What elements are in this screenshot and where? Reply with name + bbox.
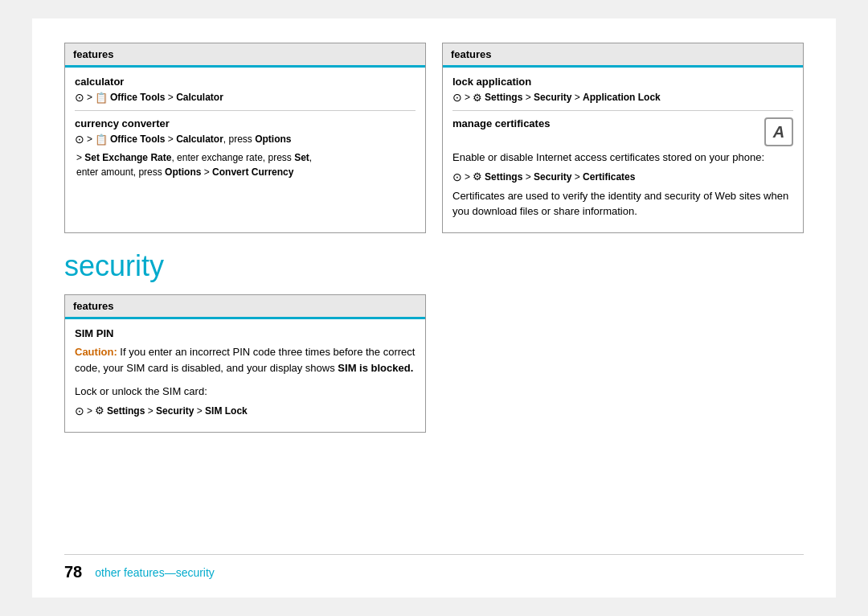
calc-nav-text: Office Tools > Calculator: [110, 92, 223, 103]
cert-desc-1: Enable or disable Internet access certif…: [452, 150, 793, 166]
dot-icon-5: ⊙: [75, 405, 84, 417]
cert-nav-text: Settings > Security > Certificates: [485, 171, 635, 183]
sim-nav: ⊙ > ⚙ Settings > Security > SIM Lock: [75, 405, 416, 417]
caution-label: Caution:: [75, 346, 117, 358]
arrow-3: >: [465, 92, 470, 103]
page-number: 78: [64, 563, 82, 581]
sim-lock-desc: Lock or unlock the SIM card:: [75, 384, 416, 400]
settings-icon-3: ⚙: [95, 405, 104, 417]
divider-1: [75, 110, 416, 111]
office-tools-icon-2: 📋: [95, 133, 108, 146]
footer: 78 other features—security: [64, 554, 804, 581]
arrow-2: >: [87, 133, 92, 145]
calculator-title: calculator: [75, 76, 416, 88]
footer-text: other features—security: [95, 566, 215, 579]
arrow-1: >: [87, 92, 92, 103]
calculator-feature-box: features calculator ⊙ > 📋 Office Tools >…: [64, 43, 426, 233]
cert-icon: A: [764, 117, 793, 146]
currency-nav-1: ⊙ > 📋 Office Tools > Calculator, press O…: [75, 133, 416, 146]
settings-icon-1: ⚙: [473, 92, 482, 104]
lock-nav-text: Settings > Security > Application Lock: [485, 92, 661, 103]
office-tools-icon-1: 📋: [95, 92, 108, 104]
manage-cert-title: manage certificates: [452, 117, 550, 129]
sim-pin-feature-box: features SIM PIN Caution: If you enter a…: [64, 294, 426, 433]
currency-converter-title: currency converter: [75, 117, 416, 129]
top-left-header: features: [65, 43, 425, 68]
calculator-nav: ⊙ > 📋 Office Tools > Calculator: [75, 91, 416, 104]
lock-feature-box: features lock application ⊙ > ⚙ Settings…: [442, 43, 804, 233]
arrow-5: >: [87, 405, 92, 417]
cert-desc-2: Certificates are used to verify the iden…: [452, 188, 793, 220]
lock-nav: ⊙ > ⚙ Settings > Security > Application …: [452, 91, 793, 104]
sim-nav-text: Settings > Security > SIM Lock: [107, 405, 248, 417]
lock-app-title: lock application: [452, 76, 793, 88]
bottom-right-empty: [442, 294, 804, 433]
page: features calculator ⊙ > 📋 Office Tools >…: [32, 18, 836, 598]
currency-nav-text-3: enter amount, press Options > Convert Cu…: [75, 166, 416, 178]
cert-nav: ⊙ > ⚙ Settings > Security > Certificates: [452, 170, 793, 183]
bottom-left-header: features: [65, 295, 425, 319]
dot-icon-2: ⊙: [75, 133, 84, 146]
divider-2: [452, 110, 793, 111]
top-right-header: features: [443, 43, 803, 68]
sim-pin-title: SIM PIN: [75, 327, 416, 339]
currency-nav-text-2: > Set Exchange Rate, enter exchange rate…: [75, 152, 416, 163]
sim-pin-caution: Caution: If you enter an incorrect PIN c…: [75, 344, 416, 378]
manage-cert-row: manage certificates A: [452, 117, 793, 146]
dot-icon-1: ⊙: [75, 91, 84, 104]
sim-blocked-text: SIM is blocked.: [338, 362, 413, 374]
currency-nav-text-1: Office Tools > Calculator, press Options: [110, 133, 292, 145]
dot-icon-4: ⊙: [452, 170, 462, 183]
section-title: security: [64, 249, 804, 283]
arrow-4: >: [465, 171, 470, 183]
settings-icon-2: ⚙: [473, 170, 482, 183]
top-section: features calculator ⊙ > 📋 Office Tools >…: [64, 43, 804, 233]
cert-letter: A: [773, 123, 784, 142]
bottom-section: features SIM PIN Caution: If you enter a…: [64, 294, 804, 433]
dot-icon-3: ⊙: [452, 91, 462, 104]
